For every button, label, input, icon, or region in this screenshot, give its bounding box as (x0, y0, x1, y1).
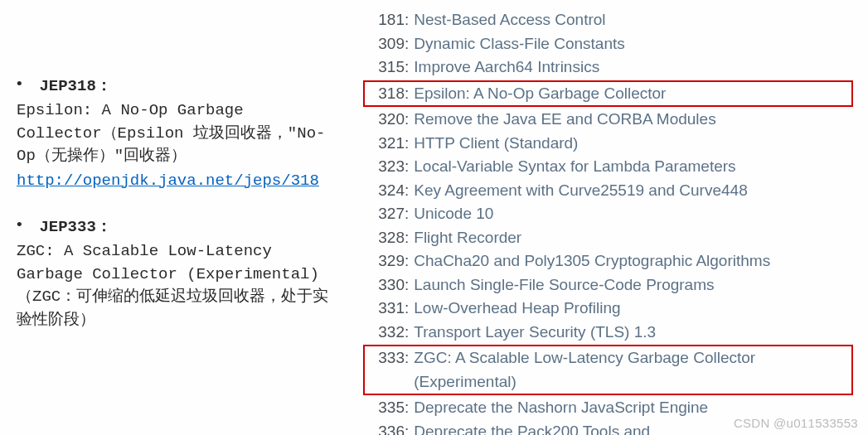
jep-description: ZGC: A Scalable Low-Latency Garbage Coll… (17, 240, 332, 331)
jep-row-309[interactable]: 309:Dynamic Class-File Constants (365, 32, 851, 56)
jep-title: Unicode 10 (414, 202, 493, 226)
jep-number: 309 (368, 32, 405, 56)
jep-title: Epsilon: A No-Op Garbage Collector (414, 82, 666, 106)
jep-link[interactable]: http://openjdk.java.net/jeps/318 (17, 172, 319, 190)
jep-title: Deprecate the Nashorn JavaScript Engine (414, 396, 708, 420)
jep-title: Transport Layer Security (TLS) 1.3 (414, 321, 656, 345)
jep-number: 336 (368, 420, 405, 436)
jep-row-321[interactable]: 321:HTTP Client (Standard) (365, 132, 851, 156)
jep-row-331[interactable]: 331:Low-Overhead Heap Profiling (365, 297, 851, 321)
jep-number: 321 (368, 132, 405, 156)
jep-title: Remove the Java EE and CORBA Modules (414, 108, 715, 132)
watermark: CSDN @u011533553 (734, 416, 858, 430)
jep-list: 181:Nest-Based Access Control309:Dynamic… (365, 8, 851, 435)
jep-title: Low-Overhead Heap Profiling (414, 297, 620, 321)
bullet-row: • JEP333： (17, 215, 332, 237)
jep-number: 315 (368, 56, 405, 80)
separator: : (405, 249, 409, 273)
jep-title: Deprecate the Pack200 Tools and (414, 420, 650, 436)
jep-number: 324 (368, 179, 405, 203)
bullet-dot: • (17, 215, 30, 234)
jep-row-333[interactable]: 333:ZGC: A Scalable Low-Latency Garbage … (363, 345, 853, 395)
separator: : (405, 132, 409, 156)
jep-row-324[interactable]: 324:Key Agreement with Curve25519 and Cu… (365, 179, 851, 203)
jep-number: 327 (368, 202, 405, 226)
jep-title: Local-Variable Syntax for Lambda Paramet… (414, 155, 735, 179)
bullet-row: • JEP318： (17, 75, 332, 96)
separator: : (405, 346, 409, 370)
jep-number: 328 (368, 226, 405, 250)
separator: : (405, 155, 409, 179)
jep-link-row: http://openjdk.java.net/jeps/318 (17, 170, 332, 193)
jep-title: ZGC: A Scalable Low-Latency Garbage Coll… (414, 346, 848, 394)
jep-number: 332 (368, 321, 405, 345)
jep-title: HTTP Client (Standard) (414, 132, 578, 156)
jep-row-318[interactable]: 318:Epsilon: A No-Op Garbage Collector (363, 80, 853, 108)
separator: : (405, 396, 409, 420)
bullet-dot: • (17, 75, 30, 93)
jep-number: 320 (368, 108, 405, 132)
jep-row-323[interactable]: 323:Local-Variable Syntax for Lambda Par… (365, 155, 851, 179)
separator: : (405, 8, 409, 32)
jep-number: 181 (368, 8, 405, 32)
jep-number: 323 (368, 155, 405, 179)
jep-number: 335 (368, 396, 405, 420)
separator: : (405, 32, 409, 56)
separator: : (405, 56, 409, 80)
jep-number: 330 (368, 273, 405, 297)
jep-label: JEP318： (39, 77, 111, 95)
jep-number: 333 (368, 346, 405, 370)
jep-number: 318 (368, 82, 405, 106)
separator: : (405, 273, 409, 297)
separator: : (405, 226, 409, 250)
jep-row-329[interactable]: 329:ChaCha20 and Poly1305 Cryptographic … (365, 249, 851, 273)
separator: : (405, 108, 409, 132)
jep-title: Dynamic Class-File Constants (414, 32, 624, 56)
jep-row-327[interactable]: 327:Unicode 10 (365, 202, 851, 226)
separator: : (405, 420, 409, 436)
separator: : (405, 297, 409, 321)
jep-title: Flight Recorder (414, 226, 521, 250)
jep-title: Improve Aarch64 Intrinsics (414, 56, 599, 80)
jep-row-320[interactable]: 320:Remove the Java EE and CORBA Modules (365, 108, 851, 132)
separator: : (405, 321, 409, 345)
jep-row-332[interactable]: 332:Transport Layer Security (TLS) 1.3 (365, 321, 851, 345)
jep-title: Key Agreement with Curve25519 and Curve4… (414, 179, 747, 203)
jep-row-330[interactable]: 330:Launch Single-File Source-Code Progr… (365, 273, 851, 297)
separator: : (405, 202, 409, 226)
jep-block-333: • JEP333： ZGC: A Scalable Low-Latency Ga… (17, 215, 332, 331)
jep-title: Launch Single-File Source-Code Programs (414, 273, 714, 297)
jep-row-328[interactable]: 328:Flight Recorder (365, 226, 851, 250)
jep-row-181[interactable]: 181:Nest-Based Access Control (365, 8, 851, 32)
jep-number: 331 (368, 297, 405, 321)
jep-block-318: • JEP318： Epsilon: A No-Op Garbage Colle… (17, 75, 332, 192)
jep-label: JEP333： (39, 218, 111, 236)
separator: : (405, 82, 409, 106)
jep-description: Epsilon: A No-Op Garbage Collector（Epsil… (17, 99, 332, 168)
separator: : (405, 179, 409, 203)
jep-number: 329 (368, 249, 405, 273)
jep-row-315[interactable]: 315:Improve Aarch64 Intrinsics (365, 56, 851, 80)
jep-title: ChaCha20 and Poly1305 Cryptographic Algo… (414, 249, 770, 273)
left-panel: • JEP318： Epsilon: A No-Op Garbage Colle… (17, 8, 332, 435)
jep-title: Nest-Based Access Control (414, 8, 605, 32)
